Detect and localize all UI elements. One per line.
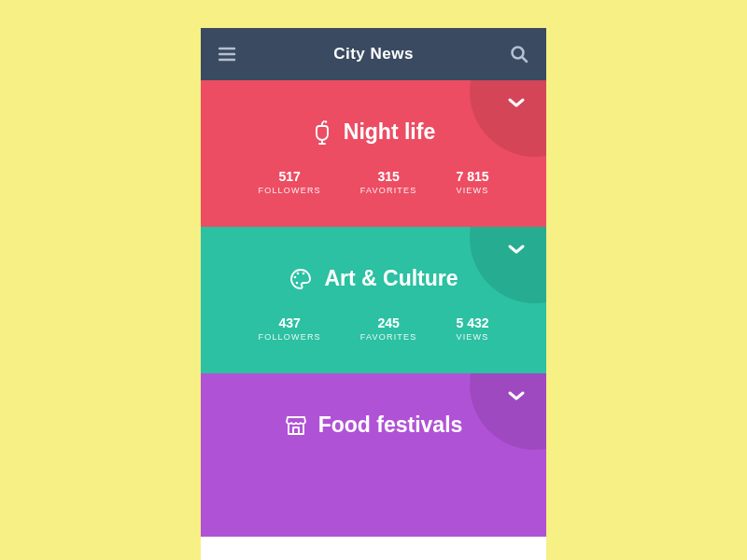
category-card-nightlife[interactable]: Night life 517 FOLLOWERS 315 FAVORITES 7… (201, 80, 546, 227)
svg-rect-12 (293, 427, 299, 434)
app-screen: City News Night life (201, 28, 546, 560)
palette-icon (289, 268, 313, 290)
card-title: Art & Culture (324, 266, 458, 291)
card-corner (470, 227, 546, 303)
svg-point-7 (325, 120, 327, 122)
stat-favorites: 245 FAVORITES (360, 315, 417, 342)
card-corner (470, 373, 546, 450)
chevron-down-icon[interactable] (507, 244, 526, 255)
navbar: City News (201, 28, 546, 80)
card-title: Night life (344, 119, 435, 145)
svg-point-11 (296, 281, 299, 284)
card-title: Food festivals (318, 413, 463, 438)
card-stats: 517 FOLLOWERS 315 FAVORITES 7 815 VIEWS (223, 169, 524, 195)
card-corner (470, 80, 546, 157)
category-card-art[interactable]: Art & Culture 437 FOLLOWERS 245 FAVORITE… (201, 227, 546, 373)
svg-point-9 (297, 272, 300, 274)
search-icon[interactable] (509, 44, 529, 64)
stat-views: 7 815 VIEWS (456, 169, 488, 195)
page-title: City News (333, 45, 414, 63)
chevron-down-icon[interactable] (507, 390, 526, 401)
stat-favorites: 315 FAVORITES (360, 169, 417, 195)
svg-point-10 (303, 272, 305, 274)
category-card-food[interactable]: Food festivals (201, 373, 546, 537)
stat-followers: 437 FOLLOWERS (258, 315, 320, 342)
svg-point-8 (294, 275, 297, 278)
card-stats: 437 FOLLOWERS 245 FAVORITES 5 432 VIEWS (223, 315, 524, 342)
stat-views: 5 432 VIEWS (456, 315, 488, 342)
menu-icon[interactable] (218, 44, 238, 64)
chevron-down-icon[interactable] (507, 97, 526, 108)
store-icon (285, 415, 307, 436)
svg-line-4 (523, 58, 528, 63)
stat-followers: 517 FOLLOWERS (258, 169, 320, 195)
drink-icon (312, 120, 332, 145)
